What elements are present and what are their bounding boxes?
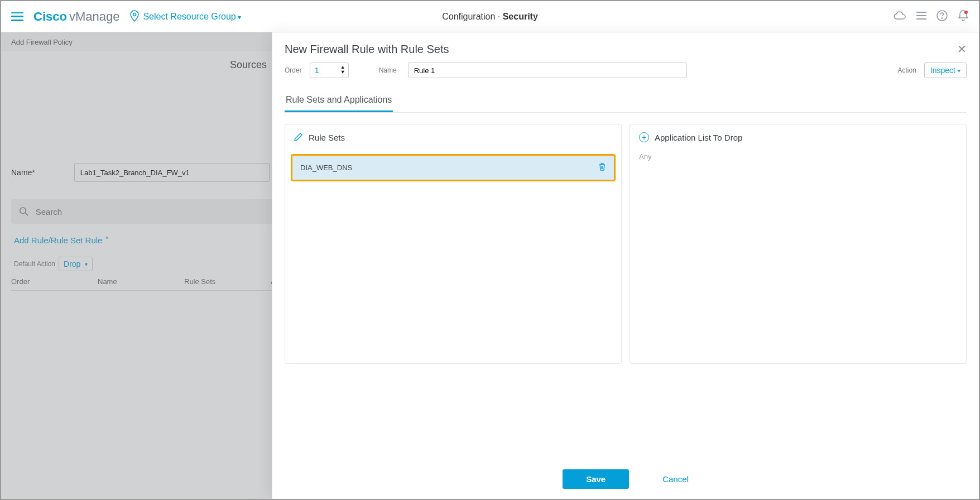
location-icon[interactable] [129, 9, 140, 24]
cancel-button[interactable]: Cancel [662, 474, 689, 484]
applist-value: Any [630, 150, 966, 163]
hamburger-icon[interactable] [11, 12, 23, 21]
help-icon[interactable] [936, 10, 948, 23]
topbar-right [893, 9, 969, 24]
breadcrumb: Configuration · Security [442, 12, 538, 22]
modal-footer: Save Cancel [272, 459, 979, 499]
svg-point-6 [964, 11, 968, 14]
modal-title: New Firewall Rule with Rule Sets [285, 43, 449, 56]
trash-icon[interactable] [598, 162, 606, 173]
tabs: Rule Sets and Applications [285, 89, 967, 113]
brand-bold: Cisco [33, 9, 67, 24]
rule-name-label: Name [379, 66, 397, 74]
breadcrumb-prefix: Configuration · [442, 12, 503, 21]
action-select[interactable]: Inspect [924, 62, 967, 78]
top-bar: Cisco vManage Select Resource Group Conf… [1, 1, 979, 32]
modal: New Firewall Rule with Rule Sets ✕ Order… [272, 32, 979, 499]
ruleset-item[interactable]: DIA_WEB_DNS [291, 154, 616, 181]
cloud-icon[interactable] [893, 10, 906, 23]
save-button[interactable]: Save [563, 469, 629, 489]
svg-point-0 [133, 13, 136, 16]
edit-icon[interactable] [294, 132, 303, 143]
action-label: Action [898, 66, 916, 74]
panel-applist: + Application List To Drop Any [630, 124, 967, 364]
rule-name-input[interactable] [408, 62, 687, 78]
breadcrumb-active: Security [503, 12, 538, 21]
resource-group-dropdown[interactable]: Select Resource Group [143, 12, 241, 22]
brand-light: vManage [69, 9, 120, 24]
svg-point-5 [941, 17, 942, 18]
applist-header: Application List To Drop [655, 133, 742, 142]
close-icon[interactable]: ✕ [957, 42, 967, 56]
order-stepper[interactable]: ▲▼ [340, 65, 345, 75]
order-label: Order [285, 66, 302, 74]
panel-rulesets: Rule Sets DIA_WEB_DNS [285, 124, 622, 364]
list-icon[interactable] [916, 11, 926, 22]
rulesets-header: Rule Sets [309, 133, 345, 142]
bell-icon[interactable] [958, 9, 969, 24]
tab-rulesets-apps[interactable]: Rule Sets and Applications [285, 89, 393, 112]
plus-icon[interactable]: + [639, 132, 649, 142]
ruleset-item-label: DIA_WEB_DNS [300, 164, 352, 172]
